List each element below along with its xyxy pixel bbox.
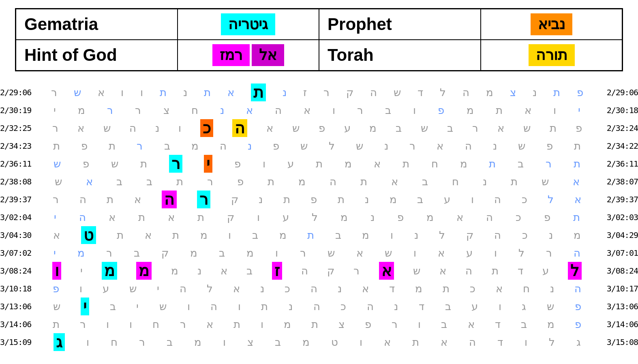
time-right-15: 3/15:08	[593, 337, 638, 347]
torah-value: תורה	[481, 40, 622, 71]
time-left-10: 3/07:02	[0, 248, 41, 258]
time-right-12: 3/10:17	[593, 284, 638, 293]
time-left-7: 2/39:37	[0, 195, 41, 204]
hebrew-row-5: ת ר ב ת מ ח ת א מ ת ע ו פ י ר ת ש פ ש	[41, 155, 593, 173]
time-right-13: 3/13:06	[593, 302, 638, 311]
hebrew-row-11: ל ע ד ת ה א ש א ר ק ה ז ב א נ מ מ מ י ו	[41, 262, 593, 280]
time-right-8: 3/02:03	[593, 212, 638, 222]
torah-badge: תורה	[529, 44, 575, 66]
text-row-11: 3/08:24 ל ע ד ת ה א ש א ר ק ה ז ב א נ מ …	[0, 262, 638, 280]
gematria-label: Gematria	[16, 9, 178, 40]
prophet-value: נביא	[481, 9, 622, 40]
torah-label: Torah	[319, 40, 481, 71]
gematria-value: גיטריה	[178, 9, 319, 40]
time-right-3: 2/32:24	[593, 123, 638, 133]
time-left-14: 3/14:06	[0, 319, 41, 329]
gematria-badge: גיטריה	[221, 13, 275, 35]
text-row-7: 2/39:37 א ל כ ה ו ע ב מ נ ת פ ת נ ק ר ה …	[0, 191, 638, 208]
text-row-8: 3/02:04 ת פ כ ה א מ פ נ מ ל ע ו ק ת א ת …	[0, 208, 638, 226]
remez-badge: רמז	[212, 44, 250, 66]
main-content: 2/29:06 פ ת נ צ מ ה ל ד ש ה ק ר ז נ ת א …	[0, 79, 638, 355]
text-row-1: 2/29:06 פ ת נ צ מ ה ל ד ש ה ק ר ז נ ת א …	[0, 84, 638, 101]
hint-of-god-label: Hint of God	[16, 40, 178, 71]
time-left-5: 2/36:11	[0, 159, 41, 169]
text-row-4: 2/34:23 ת פ ש נ ה א ר נ ש ל ש פ נ ה מ ב …	[0, 137, 638, 155]
time-right-9: 3/04:29	[593, 230, 638, 240]
hebrew-row-9: מ נ כ ה ק ל נ ו מ ב ת מ ב ו מ ת א ת ט א	[41, 226, 593, 244]
hint-value: רמז אל	[178, 40, 319, 71]
time-left-12: 3/10:18	[0, 284, 41, 293]
time-left-13: 3/13:06	[0, 302, 41, 311]
text-row-14: 3/14:06 פ מ ב ד א ב ו ר פ צ ת מ ו ת א ר …	[0, 315, 638, 333]
hebrew-row-14: פ מ ב ד א ב ו ר פ צ ת מ ו ת א ר ח ו ו ר …	[41, 319, 593, 330]
time-right-4: 2/34:22	[593, 141, 638, 151]
time-left-8: 3/02:04	[0, 212, 41, 222]
time-right-10: 3/07:01	[593, 248, 638, 258]
time-left-2: 2/30:19	[0, 105, 41, 115]
time-right-2: 2/30:18	[593, 105, 638, 115]
text-row-12: 3/10:18 ה נ ח א כ ת מ ד א נ ה כ נ א ל ה …	[0, 280, 638, 298]
hebrew-row-1: פ ת נ צ מ ה ל ד ש ה ק ר ז נ ת א ת נ ת ו …	[41, 84, 593, 101]
text-row-2: 2/30:19 י ו א ת מ פ ו ב ר ו א ה א נ ח צ …	[0, 101, 638, 119]
header-table: Gematria גיטריה Prophet נביא Hint of God…	[15, 8, 623, 71]
hebrew-row-12: ה נ ח א כ ת מ ד א נ ה כ נ א ל ה י ש ע ו …	[41, 283, 593, 294]
time-left-15: 3/15:09	[0, 337, 41, 347]
time-right-14: 3/14:06	[593, 319, 638, 329]
hebrew-row-13: פ ש ג ו ע ב ד נ ה כ ה נ ת ו ה ו ש י ב י …	[41, 298, 593, 315]
prophet-label: Prophet	[319, 9, 481, 40]
text-row-6: 2/38:08 א ש ת נ ח ב א ת ה מ ת פ ר ת ב ב …	[0, 173, 638, 191]
time-left-6: 2/38:08	[0, 177, 41, 186]
hebrew-row-15: ג ל ו ד ה א ת א ו ט מ ב צ ו מ ב ר ח ו ג	[41, 333, 593, 351]
text-row-15: 3/15:09 ג ל ו ד ה א ת א ו ט מ ב צ ו מ ב …	[0, 333, 638, 351]
prophet-badge: נביא	[531, 13, 572, 35]
time-left-3: 2/32:25	[0, 123, 41, 133]
time-right-11: 3/08:24	[593, 266, 638, 276]
text-row-5: 2/36:11 ת ר ב ת מ ח ת א מ ת ע ו פ י ר ת …	[0, 155, 638, 173]
time-right-7: 2/39:37	[593, 195, 638, 204]
time-left-1: 2/29:06	[0, 88, 41, 97]
hebrew-row-3: פ ת ש א ר ב ש ב מ ע פ ש א ה כ ו נ ה ש א …	[41, 119, 593, 137]
text-row-3: 2/32:25 פ ת ש א ר ב ש ב מ ע פ ש א ה כ ו …	[0, 119, 638, 137]
hebrew-row-4: ת פ ש נ ה א ר נ ש ל ש פ נ ה מ ב ר ת פ ת	[41, 141, 593, 151]
time-left-11: 3/08:24	[0, 266, 41, 276]
el-badge: אל	[252, 44, 284, 66]
time-right-5: 2/36:11	[593, 159, 638, 169]
time-right-6: 2/38:07	[593, 177, 638, 186]
hebrew-row-2: י ו א ת מ פ ו ב ר ו א ה א נ ח צ ר ר מ י	[41, 105, 593, 116]
time-right-1: 2/29:06	[593, 88, 638, 97]
time-left-9: 3/04:30	[0, 230, 41, 240]
text-row-10: 3/07:02 ה ר ל ו ע א ו ש א ש ר ו מ ב מ ק …	[0, 244, 638, 262]
hebrew-row-10: ה ר ל ו ע א ו ש א ש ר ו מ ב מ ק ב ר מ י	[41, 248, 593, 258]
hebrew-row-8: ת פ כ ה א מ פ נ מ ל ע ו ק ת א ת א ה י	[41, 212, 593, 223]
hebrew-row-6: א ש ת נ ח ב א ת ה מ ת פ ר ת ב ב א ש	[41, 176, 593, 187]
hebrew-row-7: א ל כ ה ו ע ב מ נ ת פ ת נ ק ר ה א ת ה ר	[41, 191, 593, 208]
text-row-9: 3/04:30 מ נ כ ה ק ל נ ו מ ב ת מ ב ו מ ת …	[0, 226, 638, 244]
time-left-4: 2/34:23	[0, 141, 41, 151]
text-row-13: 3/13:06 פ ש ג ו ע ב ד נ ה כ ה נ ת ו ה ו …	[0, 298, 638, 315]
